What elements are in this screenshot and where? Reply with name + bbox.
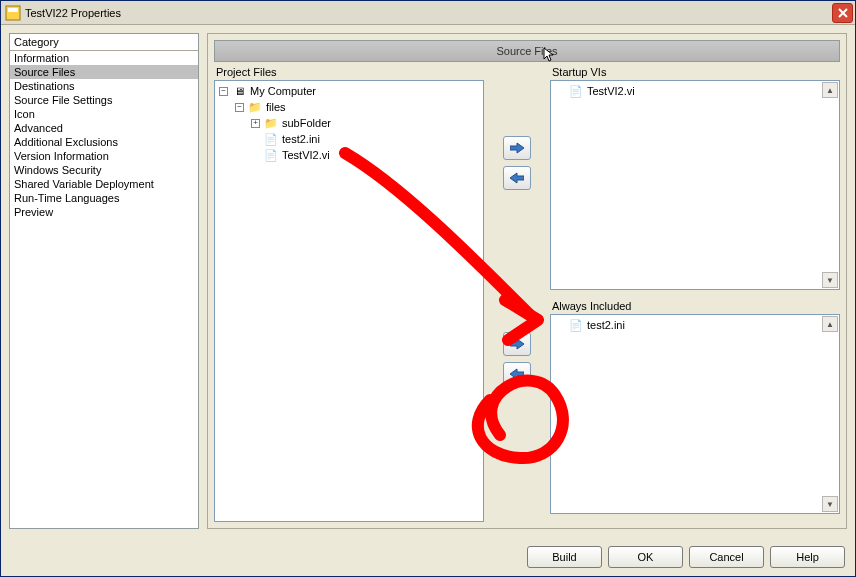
folder-icon [248,100,262,114]
scroll-down-button[interactable]: ▼ [822,496,838,512]
category-item[interactable]: Additional Exclusions [10,135,198,149]
app-icon [5,5,21,21]
help-button[interactable]: Help [770,546,845,568]
dialog-body: Category InformationSource FilesDestinat… [1,25,855,537]
dialog-button-row: Build OK Cancel Help [1,537,855,576]
page-title-bar: Source Files [214,40,840,62]
ini-icon [264,132,278,146]
project-files-tree[interactable]: −My Computer−files+subFoldertest2.iniTes… [214,80,484,522]
tree-node-label: files [266,101,286,113]
list-item-label: test2.ini [587,319,625,331]
category-item[interactable]: Destinations [10,79,198,93]
category-item[interactable]: Information [10,51,198,65]
folder-icon [264,116,278,130]
scroll-up-button[interactable]: ▲ [822,316,838,332]
project-files-group: Project Files −My Computer−files+subFold… [214,66,484,522]
vi-icon [264,148,278,162]
collapse-icon[interactable]: − [219,87,228,96]
titlebar: TestVI22 Properties [1,1,855,25]
collapse-icon[interactable]: − [235,103,244,112]
project-files-label: Project Files [214,66,484,80]
tree-node-label: TestVI2.vi [282,149,330,161]
category-panel: Category InformationSource FilesDestinat… [9,33,199,529]
startup-vis-label: Startup VIs [550,66,840,80]
startup-vis-group: Startup VIs ▲ TestVI2.vi▼ [550,66,840,290]
category-item[interactable]: Version Information [10,149,198,163]
list-item-label: TestVI2.vi [587,85,635,97]
always-included-label: Always Included [550,300,840,314]
tree-node-label: test2.ini [282,133,320,145]
tree-node[interactable]: test2.ini [217,131,481,147]
list-item[interactable]: test2.ini [553,317,837,333]
tree-node[interactable]: −files [217,99,481,115]
tree-node-label: subFolder [282,117,331,129]
category-list[interactable]: InformationSource FilesDestinationsSourc… [10,50,198,528]
svg-rect-1 [8,8,18,12]
always-included-list[interactable]: ▲ test2.ini▼ [550,314,840,514]
remove-from-startup-button[interactable] [503,166,531,190]
content-columns: Project Files −My Computer−files+subFold… [208,66,846,528]
list-item[interactable]: TestVI2.vi [553,83,837,99]
properties-dialog: TestVI22 Properties Category Information… [0,0,856,577]
source-files-page: Source Files Project Files −My Computer−… [207,33,847,529]
category-item[interactable]: Advanced [10,121,198,135]
transfer-buttons-column [490,66,544,522]
category-item[interactable]: Run-Time Languages [10,191,198,205]
category-item[interactable]: Source Files [10,65,198,79]
ini-icon [569,318,583,332]
category-item[interactable]: Shared Variable Deployment [10,177,198,191]
expand-icon[interactable]: + [251,119,260,128]
remove-from-always-included-button[interactable] [503,362,531,386]
cancel-button[interactable]: Cancel [689,546,764,568]
build-button[interactable]: Build [527,546,602,568]
include-lists-column: Startup VIs ▲ TestVI2.vi▼ Always Include… [550,66,840,522]
vi-icon [569,84,583,98]
always-included-group: Always Included ▲ test2.ini▼ [550,300,840,514]
category-item[interactable]: Windows Security [10,163,198,177]
category-item[interactable]: Icon [10,107,198,121]
close-button[interactable] [832,3,853,23]
scroll-down-button[interactable]: ▼ [822,272,838,288]
cursor-icon [543,47,557,66]
add-to-startup-button[interactable] [503,136,531,160]
category-item[interactable]: Preview [10,205,198,219]
window-title: TestVI22 Properties [25,7,832,19]
startup-vis-list[interactable]: ▲ TestVI2.vi▼ [550,80,840,290]
computer-icon [232,84,246,98]
category-item[interactable]: Source File Settings [10,93,198,107]
category-header: Category [10,34,198,50]
add-to-always-included-button[interactable] [503,332,531,356]
ok-button[interactable]: OK [608,546,683,568]
tree-node[interactable]: TestVI2.vi [217,147,481,163]
scroll-up-button[interactable]: ▲ [822,82,838,98]
tree-node[interactable]: +subFolder [217,115,481,131]
tree-node[interactable]: −My Computer [217,83,481,99]
tree-node-label: My Computer [250,85,316,97]
